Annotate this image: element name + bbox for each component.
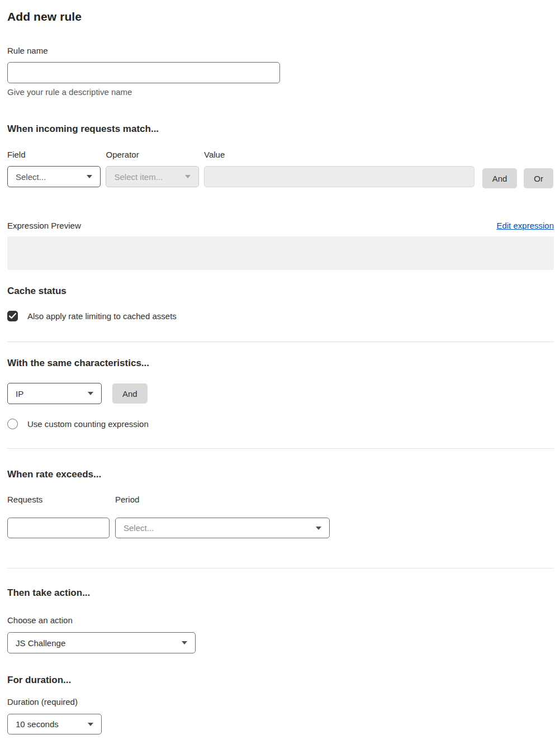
cache-checkbox[interactable] <box>7 311 18 321</box>
expression-preview-box <box>7 236 554 270</box>
rule-name-helper: Give your rule a descriptive name <box>7 87 553 97</box>
field-select-value: Select... <box>16 172 46 182</box>
characteristic-select-value: IP <box>16 389 23 399</box>
value-label: Value <box>204 150 474 159</box>
chevron-down-icon <box>316 527 321 530</box>
operator-select: Select item... <box>106 166 199 187</box>
operator-label: Operator <box>106 150 199 159</box>
chevron-down-icon <box>88 723 93 726</box>
page-title: Add new rule <box>7 10 553 23</box>
rate-row: Requests Period Select... <box>7 495 553 538</box>
chevron-down-icon <box>87 175 92 178</box>
period-column: Period Select... <box>115 495 330 538</box>
action-label: Choose an action <box>7 615 553 625</box>
rule-name-group: Rule name Give your rule a descriptive n… <box>7 46 553 97</box>
edit-expression-link[interactable]: Edit expression <box>496 221 554 230</box>
counting-expression-label: Use custom counting expression <box>27 419 149 429</box>
requests-input[interactable] <box>7 518 110 538</box>
match-row: Field Select... Operator Select item... … <box>7 150 553 188</box>
period-select-value: Select... <box>124 523 154 533</box>
duration-select[interactable]: 10 seconds <box>7 714 102 734</box>
check-icon <box>9 313 16 319</box>
characteristics-section-heading: With the same characteristics... <box>7 358 553 369</box>
expression-preview-header: Expression Preview Edit expression <box>7 221 554 230</box>
match-buttons: And Or <box>482 168 553 188</box>
field-label: Field <box>7 150 101 159</box>
chevron-down-icon <box>88 392 93 395</box>
counting-expression-checkbox[interactable] <box>7 419 18 429</box>
period-select[interactable]: Select... <box>115 518 330 538</box>
cache-checkbox-label: Also apply rate limiting to cached asset… <box>27 311 177 321</box>
field-select[interactable]: Select... <box>7 166 101 187</box>
action-section-heading: Then take action... <box>7 587 553 599</box>
rate-section-heading: When rate exceeds... <box>7 469 553 480</box>
rule-name-label: Rule name <box>7 46 553 55</box>
action-select[interactable]: JS Challenge <box>7 632 196 653</box>
and-button[interactable]: And <box>482 168 518 188</box>
add-rule-form: Add new rule Rule name Give your rule a … <box>0 0 560 749</box>
characteristic-and-button[interactable]: And <box>112 383 148 404</box>
section-divider <box>7 342 554 342</box>
duration-select-value: 10 seconds <box>16 719 59 729</box>
operator-column: Operator Select item... <box>106 150 199 187</box>
chevron-down-icon <box>185 175 191 178</box>
action-select-value: JS Challenge <box>16 638 65 648</box>
rule-name-input[interactable] <box>7 62 280 83</box>
duration-section-heading: For duration... <box>7 675 553 686</box>
field-column: Field Select... <box>7 150 101 187</box>
operator-select-value: Select item... <box>114 172 163 182</box>
value-input <box>204 166 474 187</box>
section-divider <box>7 448 554 449</box>
duration-label: Duration (required) <box>7 697 553 707</box>
requests-column: Requests <box>7 495 110 538</box>
characteristics-row: IP And <box>7 383 553 404</box>
match-section-heading: When incoming requests match... <box>7 124 553 135</box>
value-column: Value <box>204 150 474 187</box>
counting-expression-row: Use custom counting expression <box>7 419 553 429</box>
or-button[interactable]: Or <box>524 168 553 188</box>
cache-checkbox-row: Also apply rate limiting to cached asset… <box>7 311 553 321</box>
cache-section-heading: Cache status <box>7 286 553 297</box>
expression-preview-label: Expression Preview <box>7 221 81 230</box>
period-label: Period <box>115 495 330 504</box>
chevron-down-icon <box>182 641 187 644</box>
requests-label: Requests <box>7 495 110 504</box>
section-divider <box>7 568 554 568</box>
characteristic-select[interactable]: IP <box>7 383 102 404</box>
